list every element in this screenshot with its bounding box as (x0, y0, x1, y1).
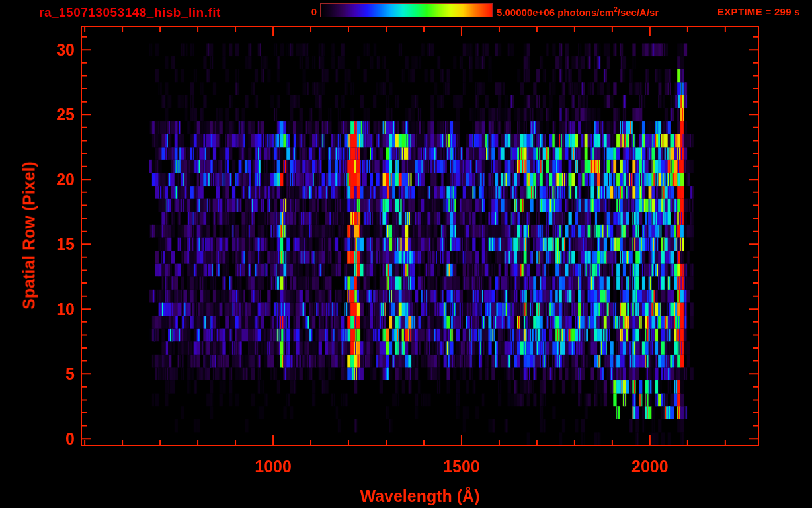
exptime-label: EXPTIME = 299 s (717, 6, 800, 17)
colorbar-max-value: 5.00000e+06 (497, 7, 555, 18)
colorbar-max-label: 5.00000e+06 photons/cm2/sec/A/sr (497, 6, 659, 18)
colorbar-min-label: 0 (301, 6, 317, 17)
y-tick-label-10: 10 (35, 300, 75, 319)
y-tick-label-15: 15 (35, 235, 75, 254)
colorbar-gradient (320, 3, 493, 17)
x-tick-label-2000: 2000 (610, 457, 690, 476)
y-tick-label-5: 5 (35, 364, 75, 384)
colorbar-unit-suffix: /sec/A/sr (618, 7, 659, 18)
y-tick-label-30: 30 (35, 40, 75, 60)
y-tick-label-20: 20 (35, 170, 75, 189)
x-tick-label-1000: 1000 (233, 457, 313, 476)
colorbar-unit-prefix: photons/cm (555, 7, 614, 18)
plot-window: ra_150713053148_hisb_lin.fit 0 5.00000e+… (0, 0, 812, 508)
y-tick-label-25: 25 (35, 105, 75, 124)
spectrogram-heatmap-canvas (0, 0, 812, 508)
x-axis-title: Wavelength (Å) (288, 487, 552, 506)
plot-title-filename: ra_150713053148_hisb_lin.fit (39, 5, 221, 20)
y-tick-label-0: 0 (35, 429, 75, 448)
x-tick-label-1500: 1500 (422, 457, 501, 476)
